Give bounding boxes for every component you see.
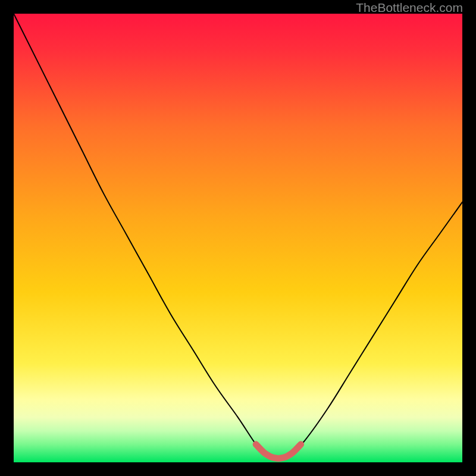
gradient-background <box>14 14 462 462</box>
watermark-text: TheBottleneck.com <box>356 1 463 15</box>
chart-frame <box>14 14 462 462</box>
bottleneck-chart <box>14 14 462 462</box>
